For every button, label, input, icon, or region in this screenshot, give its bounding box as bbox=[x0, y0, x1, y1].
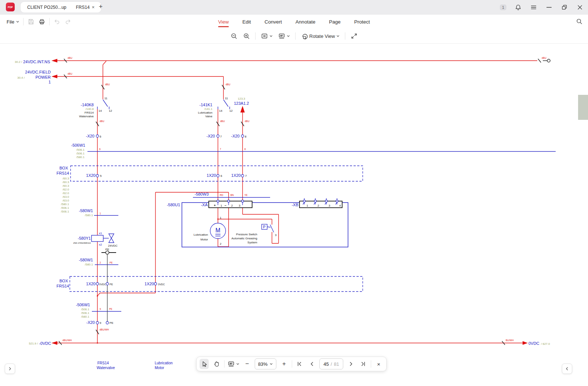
schematic-label: x1 bbox=[99, 232, 102, 235]
chevron-down-icon bbox=[287, 34, 290, 38]
menu-convert[interactable]: Convert bbox=[264, 16, 283, 28]
expand-left-panel-button[interactable] bbox=[5, 364, 15, 374]
schematic-label: P bbox=[263, 225, 266, 229]
schematic-label: -580W1 bbox=[79, 208, 93, 213]
schematic-label: -580W3 bbox=[194, 192, 209, 196]
divider bbox=[49, 18, 50, 25]
next-page-button[interactable] bbox=[346, 359, 355, 369]
divider bbox=[255, 32, 256, 40]
tab-frs14[interactable]: FRS14 × bbox=[69, 4, 98, 10]
bell-icon[interactable] bbox=[514, 4, 522, 11]
page-display-button-bottom[interactable] bbox=[227, 360, 240, 368]
schematic-label: /63.0 bbox=[62, 199, 69, 202]
fullscreen-icon[interactable] bbox=[350, 32, 358, 40]
zoom-level-dropdown[interactable]: 83% bbox=[255, 358, 276, 369]
schematic-label: /580.1 bbox=[81, 315, 90, 318]
schematic-label: 5 bbox=[100, 174, 102, 178]
schematic-label: 6 bbox=[100, 135, 101, 138]
menu-annotate[interactable]: Annotate bbox=[295, 16, 316, 28]
prev-page-button[interactable] bbox=[307, 359, 316, 369]
hamburger-menu-icon[interactable] bbox=[530, 4, 537, 11]
page-display-button[interactable] bbox=[278, 32, 290, 40]
schematic-label: 1 bbox=[306, 204, 308, 207]
zoom-in-button[interactable]: + bbox=[279, 359, 288, 369]
close-pager-button[interactable]: × bbox=[374, 359, 383, 369]
schematic-label: 1X20 bbox=[231, 173, 241, 178]
schematic-label: /141.1 bbox=[204, 107, 213, 111]
schematic-label: /62.0 bbox=[62, 188, 69, 191]
schematic-label: -580U1 bbox=[167, 203, 180, 207]
schematic-label: BOX bbox=[60, 279, 68, 283]
restore-window-icon[interactable] bbox=[561, 4, 568, 11]
schematic-label: POWER bbox=[35, 75, 51, 79]
schematic-label: dBU bbox=[68, 72, 72, 75]
schematic-label: -506W1 bbox=[76, 303, 90, 307]
schematic-label: 2 bbox=[220, 242, 222, 246]
page-number-input[interactable]: 45 / 81 bbox=[319, 358, 343, 369]
schematic-label: /506.1 bbox=[76, 148, 85, 151]
schematic-label: 7 bbox=[220, 148, 221, 150]
schematic-canvas: 30.2 /24VDC.INT.NSdBUdBU24VDC.FIELD30.4 … bbox=[0, 0, 588, 386]
rotate-view-button[interactable]: Rotate View bbox=[301, 32, 340, 40]
schematic-label: /580.1 bbox=[85, 214, 93, 217]
zoom-out-icon[interactable] bbox=[230, 32, 238, 40]
schematic-label: dBU/WH bbox=[100, 328, 109, 331]
schematic-label: 8 bbox=[244, 148, 246, 150]
schematic-label: Lubrication bbox=[198, 111, 212, 114]
schematic-label: Motor bbox=[201, 238, 208, 241]
schematic-label: 1 bbox=[49, 80, 51, 84]
cursor-icon bbox=[201, 360, 208, 368]
schematic-label: 12 bbox=[229, 109, 233, 112]
menu-page[interactable]: Page bbox=[328, 16, 341, 28]
schematic-label: 14 bbox=[98, 109, 102, 112]
undo-icon[interactable] bbox=[53, 18, 61, 25]
first-page-button[interactable] bbox=[295, 359, 304, 369]
schematic-label: dBU bbox=[542, 57, 546, 59]
schematic-label: /506.1 bbox=[81, 311, 90, 315]
schematic-label: 1 bbox=[220, 216, 222, 219]
hand-tool-button[interactable] bbox=[212, 359, 221, 369]
zoom-in-icon[interactable] bbox=[243, 32, 250, 40]
save-icon[interactable] bbox=[27, 18, 35, 25]
new-tab-button[interactable]: + bbox=[96, 3, 105, 11]
schematic-label: /60.3 bbox=[62, 177, 69, 180]
notification-count-badge[interactable]: 1 bbox=[500, 4, 506, 10]
print-icon[interactable] bbox=[38, 18, 46, 25]
schematic-label: 123.3 bbox=[238, 97, 245, 100]
schematic-label: 6 bbox=[99, 148, 101, 150]
schematic-label: -X20 bbox=[86, 320, 95, 325]
scrollbar-thumb[interactable] bbox=[578, 95, 588, 120]
select-tool-button[interactable] bbox=[200, 359, 209, 369]
menu-edit[interactable]: Edit bbox=[242, 16, 252, 28]
search-icon[interactable] bbox=[576, 18, 583, 25]
chevron-down-icon bbox=[269, 34, 273, 38]
schematic-label: 1X20 bbox=[207, 173, 216, 178]
chevron-down-icon bbox=[269, 362, 273, 366]
schematic-label: dBU bbox=[226, 83, 230, 86]
menu-protect[interactable]: Protect bbox=[354, 16, 371, 28]
last-page-button[interactable] bbox=[358, 359, 368, 369]
menu-view[interactable]: View bbox=[218, 16, 230, 28]
main-menus: View Edit Convert Annotate Page Protect bbox=[218, 15, 371, 29]
schematic-label: PE bbox=[110, 261, 113, 264]
document-page: 30.2 /24VDC.INT.NSdBUdBU24VDC.FIELD30.4 … bbox=[0, 43, 588, 386]
schematic-label: 521.9 / bbox=[29, 342, 38, 345]
schematic-label: -140K8 bbox=[81, 103, 94, 107]
tab-client-po[interactable]: CLIENT PO250...up bbox=[24, 5, 69, 10]
minimize-icon[interactable] bbox=[545, 4, 553, 11]
redo-icon[interactable] bbox=[64, 18, 72, 25]
schematic-label: 1X20 bbox=[144, 282, 154, 286]
schematic-label: Lubrication bbox=[155, 361, 173, 365]
tab-close-icon[interactable]: × bbox=[92, 4, 95, 10]
zoom-out-button[interactable]: − bbox=[243, 359, 252, 369]
fit-width-button[interactable] bbox=[261, 32, 273, 40]
file-menu[interactable]: File bbox=[7, 19, 19, 25]
schematic-label: dBU bbox=[68, 57, 72, 59]
first-page-icon bbox=[297, 361, 302, 367]
close-window-icon[interactable] bbox=[576, 4, 584, 11]
expand-right-panel-button[interactable] bbox=[562, 364, 572, 374]
chevron-right-icon bbox=[8, 367, 12, 371]
schematic-label: Motor bbox=[155, 366, 164, 370]
app-logo-icon: PDF bbox=[6, 3, 15, 11]
schematic-label: M bbox=[215, 227, 220, 233]
